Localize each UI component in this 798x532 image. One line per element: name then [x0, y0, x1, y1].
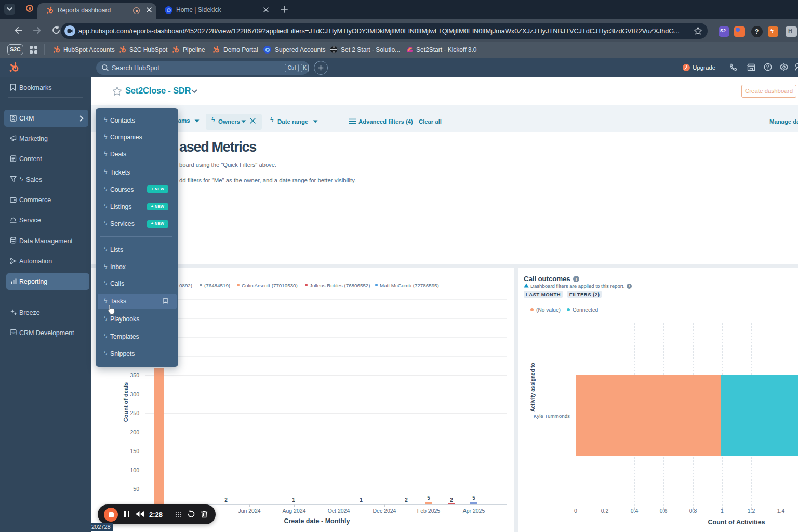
svg-text:</>: </>: [11, 331, 16, 334]
